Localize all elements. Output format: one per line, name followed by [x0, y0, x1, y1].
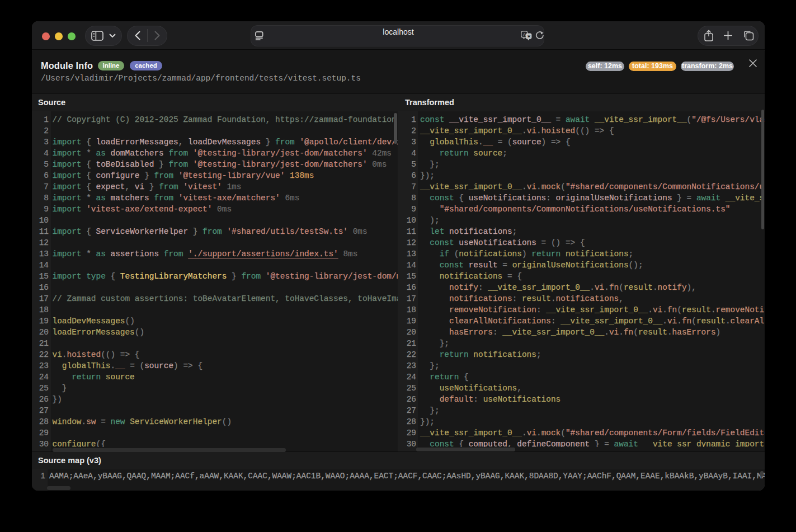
svg-text:✶: ✶ [527, 34, 531, 39]
svg-text:A: A [522, 32, 526, 37]
